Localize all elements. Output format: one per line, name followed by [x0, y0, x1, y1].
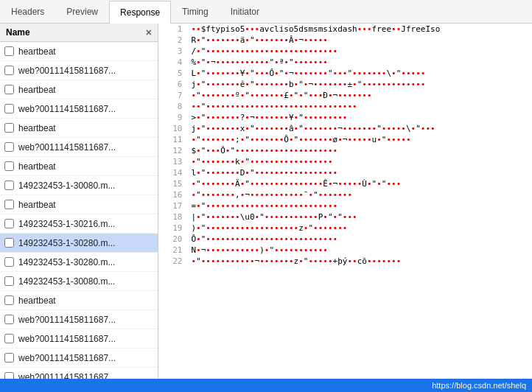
dot: • [347, 190, 352, 200]
name-item-checkbox[interactable] [4, 295, 14, 305]
name-item-checkbox[interactable] [4, 181, 14, 190]
dot: • [274, 124, 279, 133]
dot: • [406, 80, 411, 89]
dot: • [245, 201, 250, 211]
close-button[interactable]: × [146, 27, 152, 38]
dot: • [206, 35, 211, 45]
dot: • [235, 113, 240, 122]
name-list-item[interactable]: web?00111415811687... [0, 368, 158, 379]
response-panel[interactable]: 1••$ftypiso5•••avcliso5dsmsmsixdash•••fr… [158, 24, 532, 379]
response-row: 20Ô•"••••••••••••••••••••••••••• [158, 234, 532, 245]
dot: • [235, 212, 240, 222]
dot: • [323, 146, 328, 155]
name-list-item[interactable]: 149232453-1-30080.m... [0, 272, 158, 291]
dot: • [284, 113, 289, 122]
name-item-checkbox[interactable] [4, 257, 14, 267]
dot: • [196, 124, 201, 133]
name-item-checkbox[interactable] [4, 334, 14, 343]
dot: • [323, 102, 328, 111]
name-item-text: web?00111415811687... [18, 315, 116, 325]
name-list-item[interactable]: heartbeat [0, 119, 158, 138]
name-item-checkbox[interactable] [4, 200, 14, 209]
dot: • [323, 245, 328, 255]
name-item-checkbox[interactable] [4, 238, 14, 248]
dot: • [250, 234, 255, 244]
name-list-item[interactable]: 149232453-1-30080.m... [0, 176, 158, 195]
dot: • [259, 157, 265, 167]
dot: • [259, 113, 265, 122]
dot: • [298, 157, 304, 167]
name-item-checkbox[interactable] [4, 142, 14, 152]
tab-preview[interactable]: Preview [55, 0, 109, 23]
dot: • [235, 35, 240, 45]
name-item-checkbox[interactable] [4, 219, 14, 228]
dot: • [284, 245, 289, 255]
dot: • [352, 179, 357, 189]
name-list-item[interactable]: web?00111415811687... [0, 349, 158, 368]
dot: • [206, 223, 211, 233]
name-item-checkbox[interactable] [4, 161, 14, 171]
name-item-checkbox[interactable] [4, 104, 14, 113]
name-item-text: heartbeat [18, 46, 56, 57]
name-item-checkbox[interactable] [4, 315, 14, 324]
dot: • [279, 135, 284, 144]
line-number: 5 [158, 68, 188, 79]
name-list-item[interactable]: heartbeat [0, 80, 158, 99]
dot: • [416, 80, 421, 89]
dot: • [362, 69, 367, 78]
tab-headers[interactable]: Headers [0, 0, 55, 23]
name-item-text: heartbeat [18, 123, 56, 133]
dot: • [298, 46, 304, 56]
dot: • [196, 168, 201, 178]
dot: • [206, 124, 211, 133]
name-list-item[interactable]: web?00111415811687... [0, 329, 158, 349]
response-row: 11•"•••••••;•"•••••••Ô•"•••••••ø•¬•••••u… [158, 134, 532, 145]
name-list-item[interactable]: heartbeat [0, 291, 158, 310]
tab-initiator[interactable]: Initiator [220, 0, 270, 23]
name-item-checkbox[interactable] [4, 46, 14, 56]
dot: • [313, 113, 318, 122]
name-list-item[interactable]: heartbeat [0, 157, 158, 176]
dot: • [211, 223, 216, 233]
line-content: R•"•••••••ä•"•••••••Â•¬••••• [188, 35, 532, 46]
name-list-item[interactable]: 149232453-1-30280.m... [0, 253, 158, 272]
name-list-item[interactable]: heartbeat [0, 42, 158, 61]
dot: • [235, 124, 240, 133]
dot: • [259, 179, 265, 189]
name-list-item[interactable]: web?00111415811687... [0, 99, 158, 119]
name-list-item[interactable]: heartbeat [0, 195, 158, 214]
dot: • [211, 135, 216, 144]
dot: • [401, 124, 406, 133]
name-item-checkbox[interactable] [4, 353, 14, 363]
status-url: https://blog.csdn.net/shelq [432, 381, 526, 390]
name-list-item[interactable]: web?00111415811687... [0, 61, 158, 80]
dot: • [430, 124, 435, 133]
dot: • [211, 113, 216, 122]
name-list-item[interactable]: 149232453-1-30280.m... [0, 234, 158, 253]
dot: • [191, 190, 196, 200]
line-number: 18 [158, 211, 188, 223]
line-content: •"•••••••;•"•••••••Ô•"•••••••ø•¬•••••u•"… [188, 134, 532, 145]
name-item-text: heartbeat [18, 161, 56, 172]
response-row: 15•"•••••••Ä•"•••••••••••••••Ê•¬•••••Ù•"… [158, 178, 532, 189]
name-item-checkbox[interactable] [4, 85, 14, 94]
response-row: 21N•¬•••••••••••)•"••••••••••• [158, 245, 532, 256]
dot: • [211, 91, 216, 100]
dot: • [259, 69, 265, 78]
dot: • [357, 179, 363, 189]
line-number: 3 [158, 46, 188, 57]
name-item-checkbox[interactable] [4, 276, 14, 286]
dot: • [259, 46, 265, 56]
dot: • [245, 80, 250, 89]
dot: • [206, 135, 211, 144]
name-list-item[interactable]: 149232453-1-30216.m... [0, 214, 158, 234]
tab-response[interactable]: Response [109, 1, 171, 24]
dot: • [313, 245, 318, 255]
name-item-checkbox[interactable] [4, 123, 14, 133]
tab-timing[interactable]: Timing [171, 0, 220, 23]
dot: • [235, 46, 240, 56]
name-list-item[interactable]: web?00111415811687... [0, 310, 158, 329]
name-item-checkbox[interactable] [4, 372, 14, 379]
name-list-item[interactable]: web?00111415811687... [0, 138, 158, 157]
name-item-checkbox[interactable] [4, 66, 14, 75]
